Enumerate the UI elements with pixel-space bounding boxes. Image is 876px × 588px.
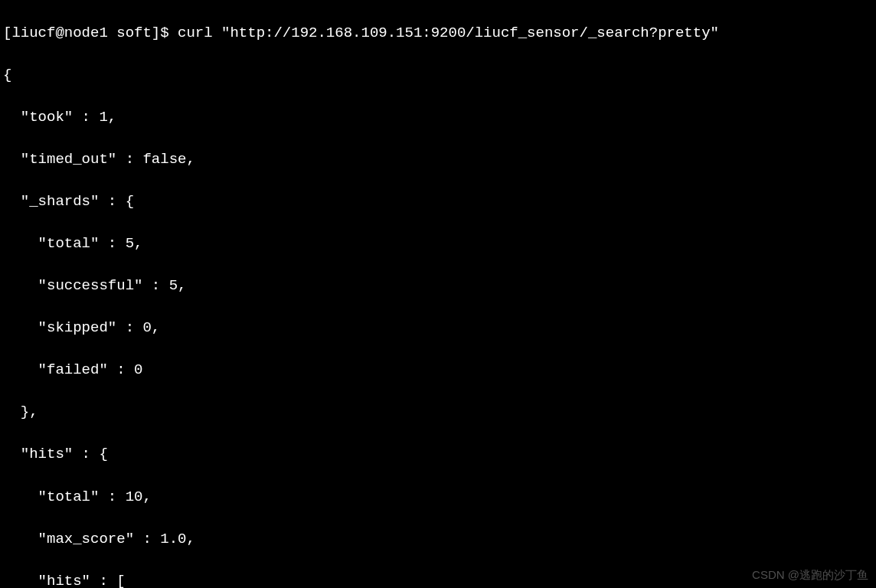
- terminal-output[interactable]: [liucf@node1 soft]$ curl "http://192.168…: [3, 2, 873, 588]
- terminal-line-4: "_shards" : {: [3, 191, 873, 213]
- terminal-line-12: "max_score" : 1.0,: [3, 529, 873, 550]
- terminal-line-13: "hits" : [: [3, 571, 873, 588]
- terminal-line-9: },: [3, 402, 873, 423]
- terminal-line-1: {: [3, 65, 873, 87]
- terminal-line-2: "took" : 1,: [3, 107, 873, 129]
- terminal-line-0: [liucf@node1 soft]$ curl "http://192.168…: [3, 23, 873, 44]
- terminal-line-11: "total" : 10,: [3, 487, 873, 508]
- terminal-line-8: "failed" : 0: [3, 360, 873, 381]
- terminal-line-6: "successful" : 5,: [3, 276, 873, 297]
- terminal-line-3: "timed_out" : false,: [3, 149, 873, 171]
- watermark-text: CSDN @逃跑的沙丁鱼: [752, 567, 868, 583]
- terminal-line-10: "hits" : {: [3, 444, 873, 466]
- terminal-line-5: "total" : 5,: [3, 234, 873, 255]
- terminal-line-7: "skipped" : 0,: [3, 318, 873, 339]
